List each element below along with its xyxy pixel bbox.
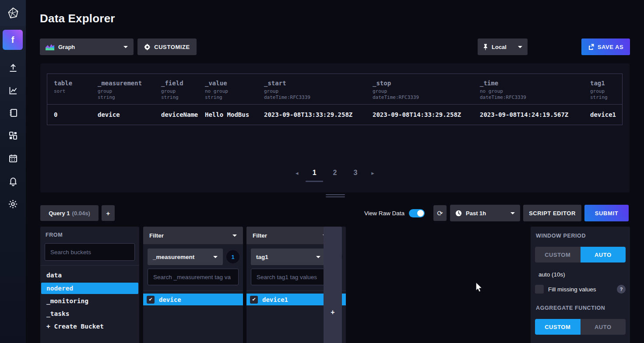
cell: device1 [590, 105, 622, 125]
user-avatar[interactable]: f [3, 30, 23, 50]
selected-count-badge: 1 [226, 250, 239, 263]
aggregate-auto-button[interactable]: AUTO [581, 319, 626, 335]
tag-value-item-device[interactable]: ✔ device [143, 294, 243, 305]
tasks-calendar-icon[interactable] [0, 152, 26, 165]
window-custom-button[interactable]: CUSTOM [535, 247, 581, 262]
auto-window-value: auto (10s) [538, 271, 626, 278]
gear-icon [144, 44, 151, 50]
filter-type-dropdown[interactable]: Filter [246, 227, 333, 244]
filter-card-measurement: Filter _measurement 1 ✔ device [143, 227, 243, 343]
settings-gear-icon[interactable] [0, 197, 26, 210]
checkbox-checked[interactable]: ✔ [250, 296, 258, 304]
filter-type-label: Filter [149, 232, 164, 239]
from-panel: FROM data nodered _monitoring _tasks + C… [40, 227, 139, 343]
bucket-item-nodered-selected[interactable]: nodered [41, 283, 138, 294]
refresh-button[interactable]: ⟳ [433, 205, 447, 221]
influxdb-cubo-icon [7, 7, 19, 19]
tag-value-label: device1 [262, 296, 288, 303]
prev-page-icon[interactable]: ◂ [296, 170, 299, 176]
chevron-down-icon [232, 234, 237, 237]
variables-location-dropdown[interactable]: Local [478, 38, 528, 55]
cell: 2023-09-08T14:33:29.258Z [373, 105, 480, 125]
page-button-2[interactable]: 2 [331, 169, 340, 177]
table-row: 0 device deviceName Hello ModBus 2023-09… [47, 105, 622, 125]
raw-data-table: tablesort _measurementgroupstring _field… [47, 74, 623, 125]
view-type-dropdown[interactable]: Graph [40, 38, 134, 55]
help-icon[interactable]: ? [617, 285, 626, 294]
filter-type-dropdown[interactable]: Filter [143, 227, 243, 244]
tag-key-label: tag1 [256, 254, 268, 260]
save-as-button[interactable]: SAVE AS [581, 38, 630, 55]
add-query-button[interactable]: + [102, 205, 115, 221]
view-raw-data-toggle[interactable] [409, 209, 425, 217]
tag-key-dropdown[interactable]: tag1 [251, 248, 326, 265]
alerts-bell-icon[interactable] [0, 175, 26, 188]
customize-button[interactable]: CUSTOMIZE [137, 38, 197, 55]
query-tab-name: Query 1 [49, 210, 70, 217]
bucket-item-monitoring[interactable]: _monitoring [41, 295, 138, 308]
dashboards-icon[interactable] [0, 129, 26, 142]
cell: 2023-09-08T14:24:19.567Z [480, 105, 590, 125]
bucket-search-input[interactable] [45, 243, 135, 261]
aggregate-segmented: CUSTOM AUTO [535, 319, 626, 335]
time-range-dropdown[interactable]: Past 1h [450, 205, 520, 221]
page-title: Data Explorer [40, 12, 115, 25]
column-header[interactable]: _timeno groupdateTime:RFC3339 [480, 74, 590, 104]
page-button-3[interactable]: 3 [351, 169, 360, 177]
tag-key-label: _measurement [153, 254, 194, 260]
visualization-toolbar: Graph CUSTOMIZE Local SAVE AS [40, 38, 630, 55]
filter-type-label: Filter [253, 232, 267, 239]
data-explorer-icon[interactable] [0, 84, 26, 97]
customize-label: CUSTOMIZE [154, 44, 190, 50]
query-tab[interactable]: Query 1 (0.04s) [40, 205, 99, 221]
bucket-item-data[interactable]: data [41, 269, 138, 282]
view-raw-data-label: View Raw Data [364, 210, 405, 217]
export-icon [588, 44, 594, 50]
influxdb-logo[interactable] [0, 0, 26, 26]
upload-icon[interactable] [0, 61, 26, 74]
column-header[interactable]: tag1groupstring [590, 74, 622, 104]
script-editor-button[interactable]: SCRIPT EDITOR [523, 205, 581, 221]
window-period-segmented: CUSTOM AUTO [535, 247, 626, 262]
cell: deviceName [161, 105, 205, 125]
fill-missing-label: Fill missing values [548, 286, 596, 293]
page-button-1[interactable]: 1 [310, 169, 319, 177]
window-period-title: WINDOW PERIOD [536, 233, 626, 239]
graph-type-icon [46, 44, 54, 50]
create-bucket-button[interactable]: + Create Bucket [41, 320, 138, 333]
submit-button[interactable]: SUBMIT [584, 205, 629, 221]
pin-icon [483, 44, 488, 50]
column-header[interactable]: _valueno groupstring [205, 74, 264, 104]
cell: 0 [54, 105, 98, 125]
save-as-label: SAVE AS [598, 44, 623, 50]
checkbox-checked[interactable]: ✔ [147, 296, 155, 304]
avatar-letter: f [11, 35, 14, 45]
time-range-label: Past 1h [466, 210, 486, 217]
chevron-down-icon [510, 212, 515, 214]
panel-resize-handle[interactable] [326, 194, 345, 199]
location-label: Local [492, 44, 507, 50]
add-filter-card-button[interactable]: + [324, 227, 342, 343]
bucket-item-tasks[interactable]: _tasks [41, 308, 138, 320]
tag-key-dropdown[interactable]: _measurement [148, 248, 223, 265]
column-header[interactable]: _stopgroupdateTime:RFC3339 [373, 74, 480, 104]
aggregate-custom-button[interactable]: CUSTOM [535, 319, 581, 335]
chevron-down-icon [316, 256, 320, 258]
window-auto-button[interactable]: AUTO [581, 247, 626, 262]
aggregate-function-title: AGGREGATE FUNCTION [536, 305, 626, 311]
column-header[interactable]: _measurementgroupstring [98, 74, 161, 104]
column-header[interactable]: tablesort [54, 74, 98, 104]
view-type-label: Graph [58, 44, 75, 50]
chevron-down-icon [518, 46, 522, 48]
fill-missing-values-row: Fill missing values ? [535, 285, 626, 294]
data-explorer-app: f Data Explorer [0, 0, 644, 343]
column-header[interactable]: _fieldgroupstring [161, 74, 205, 104]
mouse-cursor [475, 282, 483, 294]
cell: Hello ModBus [205, 105, 264, 125]
notebooks-icon[interactable] [0, 106, 26, 119]
tag-value-search-input[interactable] [148, 269, 239, 285]
column-header[interactable]: _startgroupdateTime:RFC3339 [264, 74, 373, 104]
next-page-icon[interactable]: ▸ [371, 170, 374, 176]
fill-missing-checkbox[interactable] [535, 285, 544, 294]
pagination: ◂ 1 2 3 ▸ [40, 169, 630, 177]
